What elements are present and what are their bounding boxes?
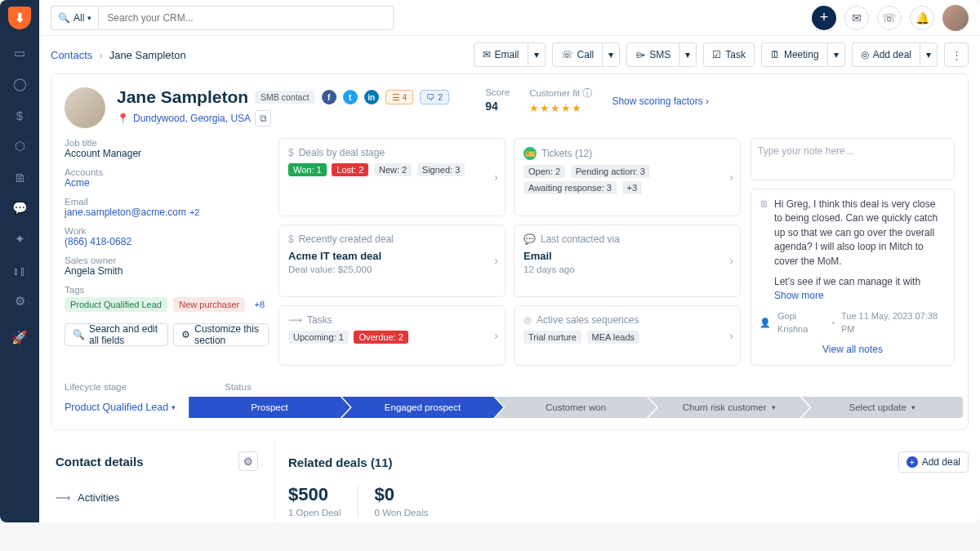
tags-more[interactable]: +8 — [255, 300, 265, 309]
deals-by-stage-card[interactable]: $Deals by deal stage Won: 1 Lost: 2 New:… — [278, 138, 506, 216]
badge-orange[interactable]: ☰ 4 — [385, 90, 414, 104]
chevron-right-icon: › — [99, 49, 102, 61]
target-icon: ◎ — [861, 49, 869, 60]
contact-name: Jane Sampleton — [117, 87, 248, 107]
open-deals-summary: $500 1 Open Deal — [288, 484, 341, 518]
stage-churn[interactable]: Churn risk customer▾ — [648, 397, 810, 418]
stage-won[interactable]: Customer won — [495, 397, 657, 418]
meeting-dropdown[interactable]: ▾ — [827, 42, 845, 67]
chat-icon: 💬 — [523, 233, 536, 245]
breadcrumb: Contacts › Jane Sampleton — [51, 49, 186, 61]
email-dropdown[interactable]: ▾ — [528, 42, 546, 67]
last-contacted-card[interactable]: 💬Last contacted via Email 12 days ago › — [514, 224, 741, 296]
copy-icon[interactable]: ⧉ — [255, 110, 271, 127]
breadcrumb-root[interactable]: Contacts — [51, 49, 92, 61]
account-details-tab[interactable]: 🏢Account details — [51, 513, 263, 522]
search-fields-button[interactable]: 🔍Search and edit all fields — [65, 323, 168, 346]
contact-card: Jane Sampleton SMB contact f t in ☰ 4 🗨 … — [51, 73, 969, 430]
more-actions-button[interactable]: ⋮ — [944, 42, 969, 67]
contact-info: Job titleAccount Manager AccountsAcme Em… — [65, 138, 269, 366]
phone-icon[interactable]: ☏ — [877, 6, 902, 30]
app-logo[interactable]: ⬇ — [8, 7, 31, 29]
nav-chat-icon[interactable]: 💬⋮ — [6, 196, 33, 220]
job-title: Account Manager — [65, 148, 269, 159]
facebook-icon[interactable]: f — [322, 90, 336, 104]
user-avatar[interactable] — [942, 5, 969, 31]
nav-documents-icon[interactable]: 🗎⋮ — [6, 165, 33, 189]
nav-automation-icon[interactable]: ✦⋮ — [6, 227, 33, 251]
chevron-right-icon: › — [729, 171, 733, 184]
gear-icon: ⚙ — [181, 329, 190, 340]
won-deals-summary: $0 0 Won Deals — [375, 484, 429, 518]
add-deal-button-secondary[interactable]: +Add deal — [898, 451, 969, 473]
related-deals-title: Related deals (11) — [288, 455, 393, 469]
nav-settings-icon[interactable]: ⚙⋮ — [6, 289, 33, 313]
stage-select[interactable]: Select update▾ — [801, 397, 963, 418]
search-input[interactable] — [98, 6, 394, 30]
sms-button[interactable]: ⌲SMS — [626, 42, 679, 67]
nav-products-icon[interactable]: ⬡⋮ — [6, 134, 33, 158]
meeting-button[interactable]: 🗓Meeting — [761, 42, 827, 67]
related-deals-panel: Related deals (11) +Add deal $500 1 Open… — [274, 440, 969, 522]
nav-dashboard-icon[interactable]: ▭⋮ — [6, 41, 33, 65]
chevron-down-icon: ▾ — [87, 14, 91, 22]
contact-type-pill: SMB contact — [255, 91, 315, 104]
details-settings-icon[interactable]: ⚙ — [238, 451, 258, 471]
customize-button[interactable]: ⚙Customize this section — [173, 323, 269, 346]
contact-details-title: Contact details — [56, 455, 144, 469]
lifecycle-select[interactable]: Product Qualified Lead ▾ — [65, 402, 176, 413]
search-icon: 🔍 — [58, 12, 70, 24]
note-icon: 🗎 — [760, 198, 769, 304]
nav-contacts-icon[interactable]: ◯⋮ — [6, 72, 33, 96]
tasks-card[interactable]: ⟿Tasks Upcoming: 1 Overdue: 2 › — [278, 305, 506, 366]
nav-reports-icon[interactable]: ⫾⫿⋮ — [6, 258, 33, 282]
email-link[interactable]: jane.sampleton@acme.com — [65, 207, 186, 218]
fit-label: Customer fit ⓘ — [529, 87, 592, 100]
scoring-factors-link[interactable]: Show scoring factors › — [612, 96, 709, 107]
sms-icon: ⌲ — [635, 49, 645, 60]
recent-deal-card[interactable]: $Recently created deal Acme IT team deal… — [278, 224, 506, 296]
tag-new[interactable]: New purchaser — [173, 297, 245, 312]
note-date: Tue 11 May, 2023 07:38 PM — [841, 310, 946, 336]
note-input[interactable]: Type your note here... — [751, 138, 955, 180]
mail-icon[interactable]: ✉ — [844, 6, 869, 30]
twitter-icon[interactable]: t — [343, 90, 358, 104]
call-dropdown[interactable]: ▾ — [602, 42, 620, 67]
location-link[interactable]: Dundywood, Georgia, USA — [133, 113, 251, 124]
tickets-card[interactable]: 🎫Tickets (12) Open: 2 Pending action: 3 … — [514, 138, 741, 216]
account-link[interactable]: Acme — [65, 177, 90, 189]
view-all-notes-link[interactable]: View all notes — [760, 343, 946, 357]
sms-dropdown[interactable]: ▾ — [679, 42, 697, 67]
show-more-link[interactable]: Show more — [774, 290, 824, 301]
score-label: Score — [485, 87, 510, 97]
phone-icon: ☏ — [561, 49, 573, 60]
activities-tab[interactable]: ⟿Activities — [51, 482, 263, 513]
sales-owner: Angela Smith — [65, 265, 269, 277]
chevron-right-icon: › — [494, 329, 498, 342]
nav-deals-icon[interactable]: $⋮ — [6, 103, 33, 127]
bell-icon[interactable]: 🔔 — [910, 6, 934, 30]
lifecycle-label: Lifecycle stage — [65, 382, 127, 392]
tag-pql[interactable]: Product Qualified Lead — [65, 297, 167, 312]
email-button[interactable]: ✉Email — [474, 42, 528, 67]
search-scope-label: All — [74, 12, 84, 24]
stage-engaged[interactable]: Engaged prospect — [342, 397, 504, 418]
left-navigation: ⬇ ▭⋮ ◯⋮ $⋮ ⬡⋮ 🗎⋮ 💬⋮ ✦⋮ ⫾⫿⋮ ⚙⋮ 🚀 — [0, 0, 39, 522]
stage-prospect[interactable]: Prospect — [189, 397, 350, 418]
task-button[interactable]: ☑Task — [703, 42, 755, 67]
activity-icon: ⟿ — [288, 314, 302, 326]
sequences-card[interactable]: ◎Active sales sequences Trial nurture ME… — [514, 305, 741, 366]
add-deal-button[interactable]: ◎Add deal — [852, 42, 920, 67]
quick-add-button[interactable]: + — [812, 6, 836, 30]
contact-avatar[interactable] — [65, 87, 105, 128]
nav-boost-icon[interactable]: 🚀 — [6, 325, 33, 349]
call-button[interactable]: ☏Call — [552, 42, 603, 67]
phone-link[interactable]: (866) 418-0682 — [65, 236, 131, 247]
linkedin-icon[interactable]: in — [364, 90, 379, 104]
add-deal-dropdown[interactable]: ▾ — [920, 42, 938, 67]
details-sidebar: Contact details⚙ ⟿Activities 🏢Account de… — [51, 440, 263, 522]
dollar-icon: $ — [288, 233, 294, 245]
badge-blue[interactable]: 🗨 2 — [420, 90, 449, 104]
search-scope-dropdown[interactable]: 🔍 All ▾ — [51, 6, 98, 30]
email-more[interactable]: +2 — [189, 207, 200, 217]
